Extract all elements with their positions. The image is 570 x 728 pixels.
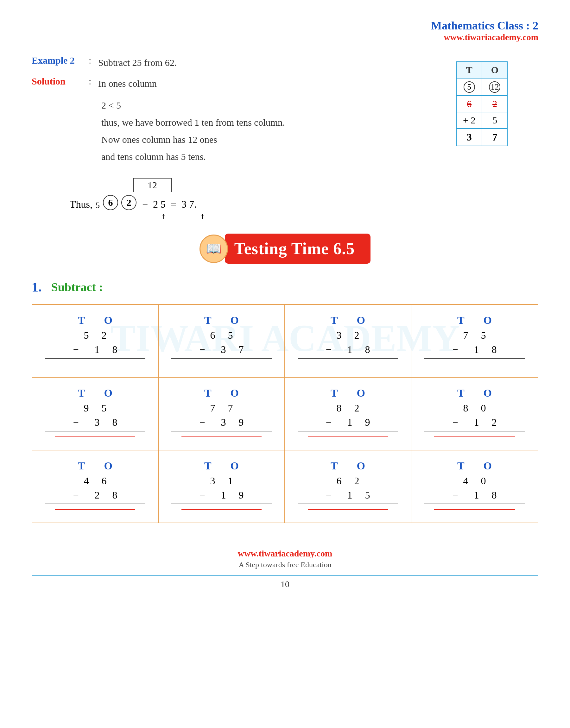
subtract-label: Subtract : [51,280,103,294]
to-r4-o: 7 [482,128,507,146]
ph-2-4: T O [424,387,525,399]
to-r2-o: 2 [482,96,507,112]
t-bot: 3 [221,417,226,428]
problem-3-4: T O 4 0 − 1 8 [411,451,538,523]
t-bot: 1 [474,417,479,428]
t-header: T [457,460,465,472]
t-header: T [331,460,338,472]
o-header: O [484,460,492,472]
pr-top-2-1: 9 5 [45,402,146,414]
to-table: T O 5 12 6 2 + 2 5 [456,61,508,146]
pr-top-3-4: 4 0 [424,475,525,487]
minus: − [199,489,205,501]
page-number: 10 [32,576,538,589]
solution-label: Solution [32,76,89,87]
pr-top-1-2: 6 5 [171,329,272,341]
minus: − [199,417,205,428]
problems-row-1: T O 5 2 − 1 8 T [32,305,538,378]
t-header: T [78,387,85,399]
t-bot: 2 [95,489,100,501]
pr-bot-2-4: − 1 2 [424,417,525,432]
o-header: O [104,314,112,326]
minus: − [73,344,78,355]
o-bot: 8 [365,344,370,355]
arrows-row: ↑ ↑ [162,211,538,221]
t-top: 6 [210,329,215,341]
minus: − [325,489,331,501]
o-bot: 7 [239,344,244,355]
problems-grid: T O 5 2 − 1 8 T [32,304,538,523]
problem-3-1: T O 4 6 − 2 8 [32,451,159,523]
o-bot: 8 [112,489,117,501]
step3: thus, we have borrowed 1 ten from tens c… [101,114,437,131]
ph-1-2: T O [171,314,272,326]
o-top: 2 [354,402,359,414]
to-row4-result: 3 7 [456,128,507,146]
t-top: 9 [84,402,89,414]
t-top: 3 [337,329,342,341]
t-header: T [457,387,465,399]
example-label: Example 2 [32,55,89,66]
problem-1-2: T O 6 5 − 3 7 [159,305,285,377]
t-bot: 1 [347,417,352,428]
o-header: O [231,387,239,399]
o-header: O [484,387,492,399]
pr-top-2-4: 8 0 [424,402,525,414]
t-top: 4 [463,475,468,487]
footer-tagline: A Step towards free Education [32,561,538,569]
to-r4-t: 3 [456,128,482,146]
pr-top-3-1: 4 6 [45,475,146,487]
t-top: 6 [337,475,342,487]
solution-colon: : [89,76,98,87]
pr-top-3-2: 3 1 [171,475,272,487]
answer-line-3-4 [434,509,515,510]
indent-block: 2 < 5 thus, we have borrowed 1 ten from … [101,97,437,165]
minus-eq: − 2 5 = 3 7. [139,198,197,210]
footer: www.tiwariacademy.com A Step towards fre… [32,542,538,569]
minus: − [325,344,331,355]
t-header: T [331,387,338,399]
t-bot: 3 [221,344,226,355]
problem-1-1: T O 5 2 − 1 8 [32,305,159,377]
answer-line-2-4 [434,437,515,437]
o-header: O [357,314,365,326]
minus: − [452,417,458,428]
to-table-container: T O 5 12 6 2 + 2 5 [456,61,538,165]
t-header: T [457,314,465,326]
to-r1-o: 12 [482,78,507,96]
to-row1: 5 12 [456,78,507,96]
minus: − [73,417,78,428]
circled-5: 5 [464,81,475,93]
ph-3-4: T O [424,460,525,472]
pr-top-1-3: 3 2 [298,329,398,341]
strikethrough-6: 6 [467,98,472,109]
problem-3-2: T O 3 1 − 1 9 [159,451,285,523]
ph-3-2: T O [171,460,272,472]
to-row2: 6 2 [456,96,507,112]
o-top: 5 [228,329,233,341]
subtract-number: 1. [32,279,42,295]
ph-2-3: T O [298,387,398,399]
header-website: www.tiwariacademy.com [32,32,538,42]
problems-row-3: T O 4 6 − 2 8 T [32,451,538,523]
circle-2: 2 [121,195,136,210]
o-top: 1 [228,475,233,487]
o-top: 5 [102,402,107,414]
t-header: T [331,314,338,326]
t-bot: 1 [95,344,100,355]
pr-bot-2-3: − 1 9 [298,417,398,432]
problem-2-4: T O 8 0 − 1 2 [411,378,538,450]
o-top: 2 [354,329,359,341]
answer-line-2-1 [55,437,135,437]
o-top: 7 [228,402,233,414]
step5: and tens column has 5 tens. [101,148,437,165]
ph-3-3: T O [298,460,398,472]
problem-1-3: T O 3 2 − 1 8 [285,305,411,377]
pr-bot-3-3: − 1 5 [298,489,398,504]
to-r3-t: + 2 [456,112,482,128]
step2: 2 < 5 [101,97,437,114]
ph-2-2: T O [171,387,272,399]
t-bot: 1 [347,344,352,355]
subtract-section: 1. Subtract : T O 5 2 − 1 [32,279,538,523]
o-bot: 9 [239,417,244,428]
